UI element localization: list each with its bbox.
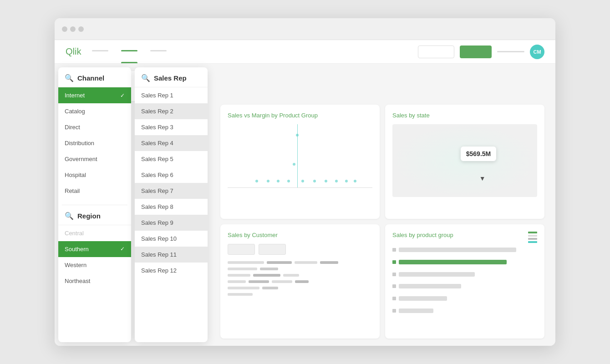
product-bar-container (399, 248, 537, 252)
product-area (392, 244, 537, 317)
nav-tab-3[interactable] (150, 40, 167, 63)
product-bar-container (399, 260, 537, 264)
channel-item-internet[interactable]: Internet ✓ (58, 87, 131, 103)
region-item-label: Central (65, 230, 84, 237)
customer-box-1[interactable] (228, 244, 255, 255)
customer-bar-row (228, 287, 372, 289)
sales-rep-item-6[interactable]: Sales Rep 6 (135, 167, 208, 183)
customer-bar-value (260, 268, 278, 270)
sales-rep-item-7[interactable]: Sales Rep 7 (135, 183, 208, 199)
sales-rep-item-11[interactable]: Sales Rep 11 (135, 247, 208, 263)
nav-tab-2[interactable] (121, 40, 137, 63)
product-bar (399, 272, 475, 277)
customer-filter-boxes (228, 244, 372, 255)
legend-item-light (528, 238, 537, 240)
sales-rep-item-4[interactable]: Sales Rep 4 (135, 135, 208, 151)
region-item-label: Southern (65, 246, 89, 253)
customer-bar-row (228, 274, 372, 277)
product-bar (399, 296, 447, 301)
sales-rep-item-8[interactable]: Sales Rep 8 (135, 199, 208, 215)
channel-item-retail[interactable]: Retail (58, 183, 131, 199)
scatter-line-horizontal (228, 187, 372, 188)
customer-bar-value (253, 274, 280, 277)
chart-title-sales-product: Sales by product group (392, 232, 537, 238)
traffic-light-maximize[interactable] (78, 26, 84, 32)
scatter-dot (335, 180, 338, 182)
nav-tab-line-3 (150, 50, 167, 51)
product-bar-container (399, 296, 537, 301)
sales-rep-item-5[interactable]: Sales Rep 5 (135, 151, 208, 167)
scatter-dot (354, 180, 356, 182)
channel-item-label: Hospital (65, 172, 86, 178)
product-label-box (392, 309, 396, 313)
filter-overlay: 🔍 Channel Internet ✓ Catalog Direct (55, 64, 208, 346)
channel-item-hospital[interactable]: Hospital (58, 167, 131, 183)
nav-search-box[interactable] (418, 46, 454, 58)
chart-card-sales-margin: Sales vs Margin by Product Group (220, 105, 380, 219)
sales-rep-item-10[interactable]: Sales Rep 10 (135, 231, 208, 247)
product-label-box (392, 273, 396, 276)
region-item-western[interactable]: Western (58, 257, 131, 273)
customer-bar-value (267, 261, 292, 264)
map-tooltip: $569.5M (461, 147, 496, 161)
region-filter-title: Region (77, 212, 101, 220)
scatter-dot (293, 163, 295, 166)
map-marker (479, 174, 487, 183)
customer-bar-row (228, 293, 372, 296)
scatter-dot (296, 134, 299, 136)
sales-rep-filter-panel: 🔍 Sales Rep Sales Rep 1 Sales Rep 2 Sale… (135, 67, 208, 342)
region-item-label: Western (65, 262, 86, 268)
product-row (392, 272, 537, 277)
customer-area (228, 244, 372, 317)
legend-item-gray (528, 235, 537, 237)
sales-rep-item-3[interactable]: Sales Rep 3 (135, 119, 208, 135)
product-bar-container (399, 308, 537, 313)
channel-filter-title: Channel (77, 74, 104, 82)
customer-bar-label2 (295, 261, 317, 264)
product-row (392, 284, 537, 288)
traffic-light-minimize[interactable] (70, 26, 76, 32)
customer-bar-label2 (283, 274, 299, 277)
region-item-central[interactable]: Central (58, 225, 131, 241)
scatter-dot (277, 180, 280, 182)
region-item-southern[interactable]: Southern ✓ (58, 241, 131, 257)
sales-rep-item-1[interactable]: Sales Rep 1 (135, 87, 208, 103)
browser-window: Qlik CM Sales $ 4.02M (55, 18, 555, 346)
channel-item-direct[interactable]: Direct (58, 119, 131, 135)
customer-bar-value (262, 287, 278, 289)
dashboard-grid: Sales vs Margin by Product Group (209, 105, 555, 346)
customer-bar-label2 (272, 280, 292, 283)
sales-rep-item-9[interactable]: Sales Rep 9 (135, 215, 208, 231)
channel-item-government[interactable]: Government (58, 151, 131, 167)
product-bar (399, 248, 516, 252)
product-row (392, 248, 537, 252)
sales-rep-item-2[interactable]: Sales Rep 2 (135, 103, 208, 119)
nav-green-button[interactable] (460, 46, 492, 58)
channel-item-distribution[interactable]: Distribution (58, 135, 131, 151)
region-item-northeast[interactable]: Northeast (58, 273, 131, 289)
customer-bar-label (228, 268, 257, 270)
sales-rep-item-12[interactable]: Sales Rep 12 (135, 263, 208, 278)
region-item-label: Northeast (65, 278, 90, 284)
main-content: Sales $ 4.02M Margin 1.65M Sales vs Marg… (55, 64, 555, 346)
traffic-light-close[interactable] (62, 26, 67, 32)
avatar[interactable]: CM (530, 45, 544, 59)
customer-bar-label (228, 293, 253, 296)
sales-rep-search-icon: 🔍 (141, 74, 150, 82)
channel-filter-list: Internet ✓ Catalog Direct Distribution G… (58, 87, 131, 205)
channel-item-label: Distribution (65, 140, 94, 147)
customer-box-2[interactable] (259, 244, 286, 255)
chart-card-sales-product: Sales by product group (385, 224, 544, 339)
nav-tab-1[interactable] (92, 40, 108, 63)
nav-right: CM (418, 45, 544, 59)
product-row (392, 260, 537, 264)
chart-title-sales-state: Sales by state (392, 112, 537, 119)
product-label-box (392, 248, 396, 252)
customer-bar-row (228, 268, 372, 270)
customer-bar-label (228, 261, 264, 264)
channel-item-label: Retail (65, 187, 80, 194)
nav-tab-line-2 (121, 50, 137, 51)
channel-item-catalog[interactable]: Catalog (58, 103, 131, 119)
legend-item-teal (528, 241, 537, 243)
region-search-icon: 🔍 (65, 212, 74, 220)
